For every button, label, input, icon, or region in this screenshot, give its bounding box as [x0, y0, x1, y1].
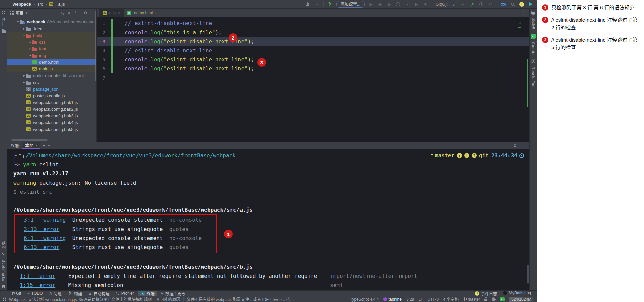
- tab-a.js[interactable]: JSa.js×: [99, 9, 124, 17]
- gear-icon[interactable]: ⚙: [84, 11, 87, 15]
- terminal-output[interactable]: ┌/Volumes/share/workspace/front/vue/vue3…: [7, 149, 529, 290]
- toolwindow-自动构建[interactable]: ▲自动构建: [86, 291, 112, 296]
- status-tabnine[interactable]: tabnine: [383, 297, 402, 302]
- history-icon[interactable]: [479, 2, 484, 7]
- tree-arrow-icon[interactable]: ▸: [28, 54, 32, 57]
- status-mem[interactable]: 524/1024M: [509, 297, 533, 302]
- tree-item-webpack.config.bak2.js[interactable]: JSwebpack.config.bak2.js: [7, 106, 96, 112]
- toolwindow-数据库更改[interactable]: ≋数据库更改: [158, 291, 188, 296]
- code-line[interactable]: 1// eslint-disable-next-line: [97, 19, 529, 28]
- issue-location-link[interactable]: 6:1 warning: [24, 235, 66, 241]
- status-typescript-4-4-4[interactable]: TypeScript 4.4.4: [350, 297, 379, 302]
- toolwindow-profiler[interactable]: Profiler: [113, 291, 137, 296]
- tree-item-demo.html[interactable]: Hdemo.html: [7, 59, 96, 65]
- eslint-file-link[interactable]: /Volumes/share/workspace/front/vue/vue3/…: [13, 262, 253, 271]
- hide-panel-icon[interactable]: —: [521, 143, 525, 148]
- translate-icon[interactable]: 文A: [501, 2, 506, 7]
- terminal-tab-local[interactable]: 本地 ×: [22, 142, 40, 149]
- tab-demo.html[interactable]: Hdemo.html×: [124, 9, 161, 17]
- tree-item-webpack[interactable]: ▾webpack/Volumes/share/workspac: [7, 18, 96, 25]
- stop-icon[interactable]: ■: [423, 2, 428, 7]
- hide-panel-icon[interactable]: —: [90, 11, 94, 15]
- status-4-[interactable]: 4 个空格: [443, 296, 459, 302]
- tree-item-webpack.config.bak5.js[interactable]: JSwebpack.config.bak5.js: [7, 126, 96, 133]
- expand-all-icon[interactable]: ⇕: [67, 11, 71, 15]
- new-terminal-icon[interactable]: +: [43, 143, 46, 148]
- toolwindow-bird[interactable]: MyBatis Log: [501, 291, 533, 295]
- search-icon[interactable]: [510, 2, 515, 7]
- git-commit-icon[interactable]: ✓: [461, 2, 466, 7]
- db-icon[interactable]: [531, 11, 535, 15]
- breadcrumb-item[interactable]: src: [37, 2, 43, 7]
- code-line[interactable]: 3console.log("eslint-disable-next-line")…: [97, 37, 529, 46]
- tree-item-src[interactable]: ▸src: [7, 79, 96, 86]
- close-icon[interactable]: ×: [155, 11, 157, 15]
- toolwindow-构建[interactable]: 构建: [65, 291, 85, 296]
- tree-item-package.json[interactable]: {}package.json: [7, 86, 96, 92]
- profiler-icon[interactable]: [395, 2, 401, 7]
- tree-item-postcss.config.js[interactable]: JSpostcss.config.js: [7, 92, 96, 99]
- code-line[interactable]: 4// eslint-disable-next-line: [97, 46, 529, 55]
- tool-windows-icon[interactable]: [2, 11, 5, 14]
- toolwindow-问题[interactable]: ◎问题: [46, 291, 64, 296]
- tree-item-css[interactable]: ▸css: [7, 39, 96, 45]
- status-branch[interactable]: master: [463, 297, 480, 302]
- issue-location-link[interactable]: 3:13 error: [24, 226, 59, 232]
- tree-arrow-icon[interactable]: ▸: [22, 27, 26, 30]
- status-3-28[interactable]: 3:28: [406, 297, 414, 302]
- status-cloud[interactable]: [492, 298, 496, 301]
- toolwindow-终端[interactable]: >_终端: [138, 291, 157, 296]
- build-hammer-icon[interactable]: [327, 2, 333, 7]
- tree-arrow-icon[interactable]: ▾: [16, 20, 20, 23]
- breadcrumb[interactable]: webpack›src›JSa.js: [13, 2, 65, 7]
- tree-horizontal-scrollbar[interactable]: [11, 139, 48, 141]
- issue-location-link[interactable]: 3:1 warning: [24, 217, 66, 223]
- tree-item-font[interactable]: ▸font: [7, 45, 96, 52]
- plugin-icon[interactable]: [528, 2, 533, 7]
- update-available-icon[interactable]: ↑: [519, 2, 524, 7]
- add-configuration-button[interactable]: 添加配置...: [336, 1, 365, 8]
- project-view-icon[interactable]: [10, 11, 14, 15]
- tree-item-webpack.config.bak3.js[interactable]: JSwebpack.config.bak3.js: [7, 112, 96, 119]
- status-lock[interactable]: [484, 297, 487, 301]
- toolwindow-git[interactable]: Git: [9, 291, 23, 296]
- issue-location-link[interactable]: 1:15 error: [20, 282, 55, 288]
- issue-location-link[interactable]: 1:1 error: [20, 273, 55, 279]
- code-area[interactable]: ✓ 1// eslint-disable-next-line2console.l…: [97, 17, 529, 142]
- user-icon[interactable]: [305, 2, 311, 7]
- tree-item-webpack.config.bak1.js[interactable]: JSwebpack.config.bak1.js: [7, 99, 96, 106]
- git-push-icon[interactable]: ↗: [470, 2, 475, 7]
- stripe-item-project[interactable]: 项目: [1, 18, 6, 26]
- stripe-item-数据库[interactable]: 数据库: [531, 18, 536, 30]
- run-with-icon[interactable]: ▶: [414, 2, 419, 7]
- locate-icon[interactable]: ◎: [61, 11, 64, 15]
- status-lf[interactable]: LF: [418, 297, 423, 302]
- tree-item-img[interactable]: ▸img: [7, 52, 96, 59]
- issue-location-link[interactable]: 6:13 error: [24, 244, 59, 250]
- close-icon[interactable]: ×: [118, 11, 120, 15]
- code-line[interactable]: 7: [97, 73, 529, 82]
- rollback-icon[interactable]: ↶: [488, 2, 493, 7]
- status-term[interactable]: >_: [500, 297, 505, 301]
- tree-arrow-icon[interactable]: ▸: [28, 47, 32, 50]
- more-icon[interactable]: ⋮: [518, 9, 529, 17]
- toolwindow-event[interactable]: 1事件日志: [473, 291, 499, 296]
- tree-item-main.js[interactable]: JSmain.js: [7, 65, 96, 72]
- chevron-down-icon[interactable]: ▾: [48, 144, 50, 147]
- codota-icon[interactable]: >_: [531, 34, 536, 39]
- cwd-link[interactable]: /Volumes/share/workspace/front/vue/vue3/…: [26, 151, 236, 160]
- folder-icon[interactable]: [2, 30, 6, 33]
- tree-item-webpack.config.bak4.js[interactable]: JSwebpack.config.bak4.js: [7, 119, 96, 126]
- breadcrumb-item[interactable]: webpack: [13, 2, 31, 7]
- tool-windows-icon[interactable]: [3, 298, 6, 301]
- tree-item-build[interactable]: ▾build: [7, 32, 96, 39]
- tree-item-.idea[interactable]: ▸.idea: [7, 25, 96, 32]
- stripe-item-restfultool[interactable]: RestfulTool: [531, 67, 535, 89]
- structure-icon[interactable]: [2, 253, 5, 256]
- chevron-down-icon[interactable]: ▾: [26, 11, 28, 15]
- chevron-down-icon[interactable]: ▾: [314, 2, 320, 7]
- run-icon[interactable]: ▶: [368, 2, 374, 7]
- tree-vertical-scrollbar[interactable]: [95, 11, 96, 81]
- close-icon[interactable]: ×: [35, 143, 37, 147]
- tree-arrow-icon[interactable]: ▾: [22, 34, 26, 37]
